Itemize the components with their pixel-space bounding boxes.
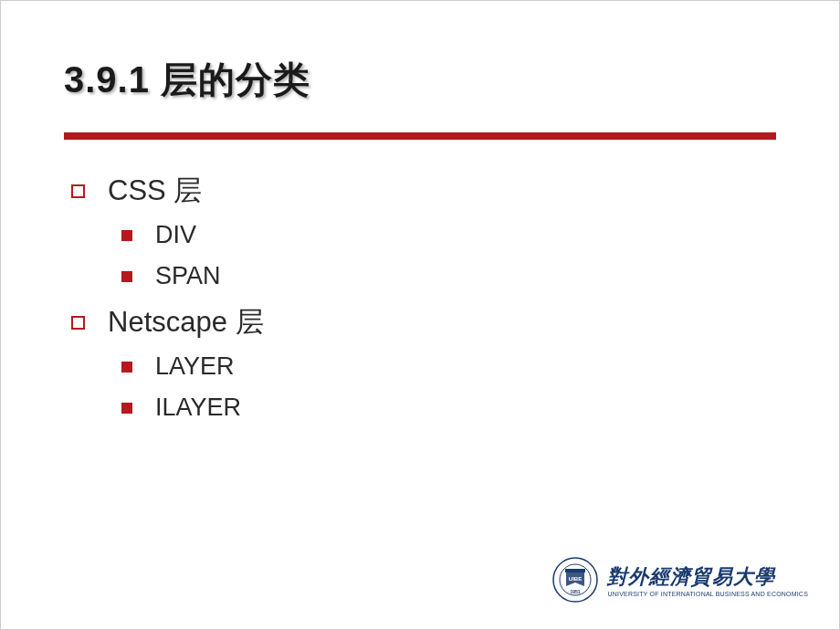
list-item-label: CSS 层	[108, 172, 202, 210]
list-subitem: SPAN	[121, 262, 776, 290]
bullet-filled-icon	[121, 403, 132, 414]
slide-title: 3.9.1 层的分类	[64, 55, 776, 105]
list-item: Netscape 层	[71, 303, 776, 341]
list-subitem-label: LAYER	[155, 352, 235, 381]
svg-text:1951: 1951	[571, 589, 581, 594]
slide: 3.9.1 层的分类 CSS 层 DIV SPAN Netscape 层 LAY…	[0, 0, 840, 630]
list-item-label: Netscape 层	[108, 303, 264, 341]
content-area: CSS 层 DIV SPAN Netscape 层 LAYER ILAYER	[64, 172, 776, 422]
list-item: CSS 层	[71, 172, 776, 210]
list-subitem: DIV	[121, 221, 776, 249]
university-name-block: 對外經濟貿易大學 UNIVERSITY OF INTERNATIONAL BUS…	[607, 563, 808, 597]
university-name-cn: 對外經濟貿易大學	[607, 563, 808, 591]
list-subitem: ILAYER	[121, 394, 776, 422]
bullet-filled-icon	[121, 362, 132, 373]
bullet-filled-icon	[121, 230, 132, 241]
bullet-outline-icon	[71, 316, 85, 330]
svg-text:UIBE: UIBE	[569, 576, 582, 582]
list-subitem-label: ILAYER	[155, 394, 241, 422]
list-subitem-label: SPAN	[155, 262, 221, 290]
university-seal-icon: 1951 UIBE	[552, 557, 598, 603]
bullet-outline-icon	[71, 184, 85, 198]
svg-rect-2	[565, 569, 585, 572]
footer-logo: 1951 UIBE 對外經濟貿易大學 UNIVERSITY OF INTERNA…	[552, 557, 808, 603]
list-subitem: LAYER	[121, 352, 776, 381]
title-divider	[64, 132, 776, 140]
university-name-en: UNIVERSITY OF INTERNATIONAL BUSINESS AND…	[607, 591, 808, 597]
list-subitem-label: DIV	[155, 221, 196, 249]
bullet-filled-icon	[121, 271, 132, 282]
